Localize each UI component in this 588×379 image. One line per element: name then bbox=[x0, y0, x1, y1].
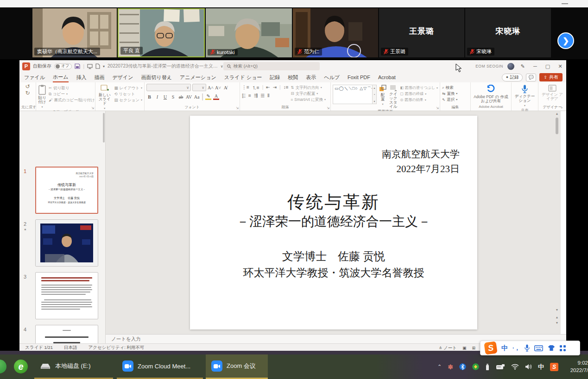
slide-sorter-view-button[interactable]: ⊞ bbox=[472, 346, 475, 350]
comments-button[interactable]: 💬 bbox=[526, 74, 536, 81]
text-shadow-button[interactable]: S bbox=[170, 94, 176, 99]
smartart-button[interactable]: ⌗SmartArt に変換▾ bbox=[291, 97, 326, 102]
accessibility-status[interactable]: アクセシビリティ: 利用不可 bbox=[89, 345, 145, 351]
tab-review[interactable]: 校閲 bbox=[288, 73, 298, 82]
clear-format-icon[interactable]: A̸ bbox=[222, 85, 228, 90]
reset-button[interactable]: ⟲リセット bbox=[114, 91, 142, 97]
scroll-down-icon[interactable]: ▼ bbox=[555, 308, 559, 311]
align-left-button[interactable]: ⬱ bbox=[242, 93, 246, 99]
green-app-partial-icon[interactable] bbox=[0, 360, 6, 373]
tab-file[interactable]: ファイル bbox=[24, 73, 45, 82]
autosave-toggle[interactable]: オフ bbox=[54, 63, 72, 69]
slide-thumbnail-4[interactable] bbox=[35, 325, 98, 343]
increase-indent-button[interactable]: ⇥ bbox=[273, 85, 277, 91]
justify-button[interactable]: ☰ bbox=[260, 93, 265, 99]
create-pdf-button[interactable]: Adobe PDF の 作成および共有 bbox=[473, 84, 509, 103]
design-ideas-button[interactable]: デザイン アイデア bbox=[540, 84, 564, 101]
scrollbar-thumb[interactable] bbox=[556, 118, 558, 134]
shape-gallery[interactable]: ▭◯＼⟍□○ △▽⌒⇨⇩ ◇⌒～{ } bbox=[333, 85, 373, 104]
tab-acrobat[interactable]: Acrobat bbox=[378, 74, 396, 81]
sogou-logo-icon[interactable]: S bbox=[484, 341, 497, 354]
grow-font-icon[interactable]: A˄ bbox=[208, 85, 214, 90]
participant-tile-2[interactable]: 平良 直 bbox=[118, 8, 205, 57]
section-button[interactable]: ▤セクション▾ bbox=[114, 97, 142, 103]
paste-button[interactable]: 貼り付け ▾ bbox=[38, 84, 46, 109]
font-size-select[interactable]: ∨ bbox=[192, 84, 206, 91]
copy-button[interactable]: ⧉コピー▾ bbox=[49, 91, 95, 97]
green-shield-tray-icon[interactable] bbox=[472, 363, 479, 370]
minimize-button[interactable]: ─ bbox=[531, 63, 539, 69]
show-hidden-icons-chevron[interactable]: ⌃ bbox=[437, 364, 442, 370]
tab-record[interactable]: 記録 bbox=[270, 73, 280, 82]
slide-thumbnail-1[interactable]: 南京航空航天大学 2022年7月23日 传统与革新 －涩泽荣一的道德经济合一主义… bbox=[35, 167, 98, 214]
notes-toggle-button[interactable]: ≙ ノート bbox=[439, 345, 457, 351]
language-indicator[interactable]: 日本語 bbox=[64, 345, 77, 351]
align-right-button[interactable]: ⇶ bbox=[254, 93, 258, 99]
share-button[interactable]: ⇪ 共有 bbox=[539, 73, 563, 81]
align-center-button[interactable]: ≡ bbox=[248, 93, 251, 99]
bold-button[interactable]: B bbox=[146, 94, 152, 99]
voice-input-icon[interactable] bbox=[525, 344, 530, 352]
normal-view-button[interactable]: ▣ bbox=[462, 346, 467, 350]
card-reader-icon[interactable] bbox=[496, 364, 505, 370]
select-button[interactable]: ⇖選択▾ bbox=[442, 97, 457, 102]
italic-button[interactable]: I bbox=[154, 94, 160, 99]
decrease-indent-button[interactable]: ⇤ bbox=[266, 85, 270, 91]
participant-tile-3[interactable]: kurotaki bbox=[206, 8, 292, 57]
tab-slideshow[interactable]: スライド ショー bbox=[224, 73, 262, 82]
arrange-button[interactable]: 配置 ▾ bbox=[379, 84, 386, 106]
participant-tile-4[interactable]: 范为仁 bbox=[293, 8, 378, 57]
underline-button[interactable]: U bbox=[162, 94, 168, 99]
scroll-up-icon[interactable]: ▲ bbox=[555, 112, 559, 115]
slide-affiliation[interactable]: 环太平洋大学教授・筑波大学名誉教授 bbox=[190, 266, 477, 280]
strikethrough-button[interactable]: ab bbox=[178, 94, 184, 99]
slide-subtitle[interactable]: －涩泽荣一的道德经济合一主义－ bbox=[190, 213, 477, 230]
collapse-ribbon-icon[interactable]: ⌄ bbox=[560, 105, 563, 109]
text-direction-button[interactable]: ⇅文字列の方向▾ bbox=[291, 85, 326, 90]
slide-author[interactable]: 文学博士 佐藤 贡悦 bbox=[190, 249, 477, 264]
tab-insert[interactable]: 挿入 bbox=[76, 73, 87, 82]
slide-thumbnail-2[interactable] bbox=[35, 219, 98, 267]
participant-tile-6[interactable]: 宋晓琳 宋晓琳 bbox=[465, 8, 551, 57]
dialog-launcher-icon[interactable]: ⇲ bbox=[436, 106, 439, 110]
cut-button[interactable]: ✂切り取り bbox=[49, 85, 95, 91]
tab-design[interactable]: デザイン bbox=[113, 73, 133, 82]
new-slide-button[interactable]: 新しい スライド ▾ bbox=[97, 84, 112, 111]
dialog-launcher-icon[interactable]: ⇲ bbox=[327, 106, 329, 110]
sogou-tray-icon[interactable]: S bbox=[550, 363, 558, 371]
shape-gallery-scrollbar[interactable]: ▴▪▾ bbox=[373, 85, 377, 104]
ime-indicator[interactable]: 中 bbox=[538, 363, 544, 371]
slide-org-block[interactable]: 南京航空航天大学 2022年7月23日 bbox=[382, 147, 460, 176]
highlight-color-button[interactable]: ✎ bbox=[205, 93, 211, 100]
taskbar-button-local-disk[interactable]: 本地磁盘 (E:) bbox=[34, 354, 113, 379]
quick-styles-button[interactable]: クイック スタイル bbox=[389, 84, 398, 109]
shape-fill-button[interactable]: ◧図形の塗りつぶし▾ bbox=[400, 85, 438, 91]
new-document-icon[interactable] bbox=[95, 63, 100, 69]
wifi-icon[interactable] bbox=[511, 364, 519, 370]
layout-button[interactable]: ▦レイアウト▾ bbox=[114, 85, 142, 91]
numbering-button[interactable]: ⒈≡ bbox=[252, 85, 259, 91]
undo-icon[interactable]: ↺ bbox=[25, 84, 30, 90]
soft-keyboard-icon[interactable] bbox=[534, 345, 543, 351]
user-avatar[interactable] bbox=[507, 63, 514, 70]
redo-icon[interactable]: ↻ bbox=[25, 90, 30, 96]
tab-foxit[interactable]: Foxit PDF bbox=[348, 74, 370, 81]
minimize-strip-icon[interactable] bbox=[562, 3, 568, 4]
title-dropdown-icon[interactable]: ∨ bbox=[221, 64, 223, 68]
speaker-icon[interactable] bbox=[525, 364, 532, 370]
search-box[interactable]: 検索 (Alt+Q) bbox=[223, 62, 320, 70]
bluetooth-icon[interactable] bbox=[459, 363, 466, 370]
shrink-font-icon[interactable]: A˅ bbox=[215, 85, 221, 90]
restore-button[interactable]: ▢ bbox=[544, 63, 552, 69]
quick-access-dropdown-icon[interactable]: ▾ bbox=[103, 64, 105, 68]
slideshow-icon[interactable] bbox=[87, 64, 93, 69]
slide-scrollbar[interactable]: ▲ ▼ ▲ ▼ bbox=[555, 112, 559, 332]
tab-transitions[interactable]: 画面切り替え bbox=[141, 73, 172, 82]
green-browser-icon[interactable]: e bbox=[14, 360, 28, 373]
taskbar-button-zoom-cloud[interactable]: Zoom Cloud Meet... bbox=[117, 354, 203, 379]
tab-draw[interactable]: 描画 bbox=[95, 73, 105, 82]
record-button[interactable]: ⏺ 記録 bbox=[502, 74, 523, 81]
shape-effects-button[interactable]: ◎図形の効果▾ bbox=[400, 97, 438, 103]
participant-tile-1[interactable]: 窦硕华（南京航空航天大... bbox=[32, 8, 117, 57]
dialog-launcher-icon[interactable]: ⇲ bbox=[91, 106, 94, 110]
